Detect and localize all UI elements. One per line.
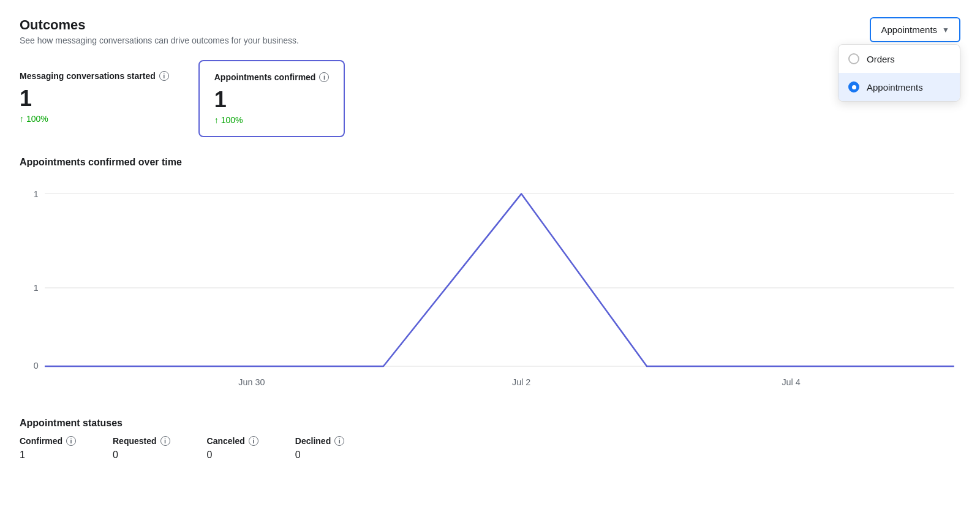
radio-appointments <box>848 81 859 92</box>
arrow-up-icon: ↑ <box>20 114 24 124</box>
info-icon-canceled[interactable]: i <box>249 436 258 446</box>
info-icon-declined[interactable]: i <box>334 436 344 446</box>
statuses-title: Appointment statuses <box>20 418 960 429</box>
info-icon-conversations[interactable]: i <box>159 71 169 81</box>
page-container: Outcomes See how messaging conversations… <box>0 0 980 478</box>
status-requested: Requested i 0 <box>113 436 170 461</box>
info-icon-appointments[interactable]: i <box>319 72 329 82</box>
status-confirmed: Confirmed i 1 <box>20 436 76 461</box>
line-chart: 1 1 0 Jun 30 Jul 2 Jul 4 <box>20 178 960 398</box>
dropdown-label: Appointments <box>881 24 937 35</box>
page-title: Outcomes <box>20 17 299 33</box>
status-confirmed-value: 1 <box>20 450 76 461</box>
radio-orders <box>848 53 859 64</box>
chart-container: 1 1 0 Jun 30 Jul 2 Jul 4 <box>20 178 960 398</box>
metric-conversations-change: ↑ 100% <box>20 114 169 124</box>
chart-title: Appointments confirmed over time <box>20 157 960 168</box>
header-row: Outcomes See how messaging conversations… <box>20 17 960 45</box>
dropdown-popup: Orders Appointments <box>838 44 960 102</box>
chart-line <box>45 194 954 366</box>
svg-text:Jun 30: Jun 30 <box>238 377 265 387</box>
statuses-section: Appointment statuses Confirmed i 1 Reque… <box>20 418 960 461</box>
status-canceled-value: 0 <box>207 450 258 461</box>
statuses-row: Confirmed i 1 Requested i 0 Canceled i 0 <box>20 436 960 461</box>
status-declined: Declined i 0 <box>295 436 344 461</box>
svg-text:0: 0 <box>34 361 39 371</box>
svg-text:1: 1 <box>34 189 39 199</box>
metric-appointments-label: Appointments confirmed i <box>214 72 330 82</box>
status-declined-value: 0 <box>295 450 344 461</box>
info-icon-confirmed[interactable]: i <box>66 436 76 446</box>
svg-text:Jul 2: Jul 2 <box>512 377 530 387</box>
outcomes-header: Outcomes See how messaging conversations… <box>20 17 299 45</box>
status-requested-value: 0 <box>113 450 170 461</box>
metric-appointments-value: 1 <box>214 87 330 113</box>
page-subtitle: See how messaging conversations can driv… <box>20 36 299 45</box>
info-icon-requested[interactable]: i <box>160 436 170 446</box>
option-orders-label: Orders <box>867 54 895 64</box>
metric-appointments-confirmed: Appointments confirmed i 1 ↑ 100% <box>198 60 345 137</box>
svg-text:Jul 4: Jul 4 <box>782 377 800 387</box>
svg-text:1: 1 <box>34 283 39 293</box>
metrics-row: Messaging conversations started i 1 ↑ 10… <box>20 60 960 137</box>
metric-appointments-change: ↑ 100% <box>214 115 330 125</box>
status-canceled: Canceled i 0 <box>207 436 258 461</box>
arrow-up-icon-2: ↑ <box>214 115 219 125</box>
dropdown-option-appointments[interactable]: Appointments <box>839 73 960 101</box>
option-appointments-label: Appointments <box>867 82 923 92</box>
chevron-down-icon: ▼ <box>942 26 949 34</box>
metric-conversations-value: 1 <box>20 86 169 111</box>
dropdown-option-orders[interactable]: Orders <box>839 45 960 73</box>
metric-conversations: Messaging conversations started i 1 ↑ 10… <box>20 60 184 137</box>
outcome-type-dropdown[interactable]: Appointments ▼ <box>870 17 960 42</box>
metric-conversations-label: Messaging conversations started i <box>20 71 169 81</box>
chart-section: Appointments confirmed over time 1 1 0 J… <box>20 157 960 398</box>
